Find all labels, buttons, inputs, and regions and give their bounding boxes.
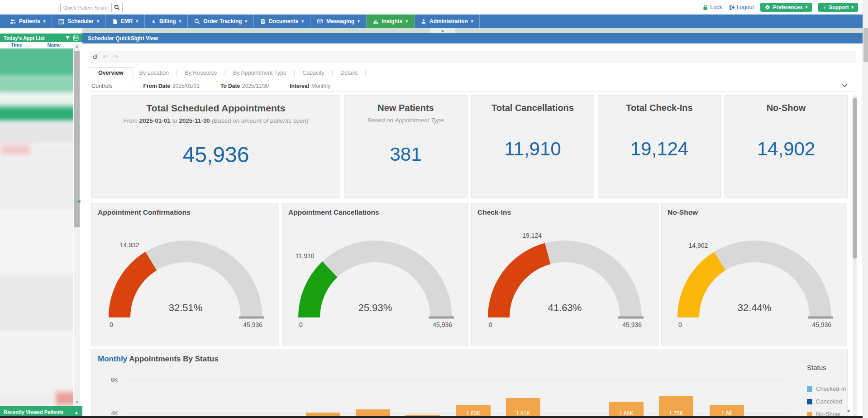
tab-capacity[interactable]: Capacity: [296, 67, 331, 78]
controls-row: Controls From Date2025/01/01 To Date2025…: [89, 81, 856, 92]
kpi-subtitle: Based on Appointment Type: [367, 117, 444, 124]
nav-item-order-tracking[interactable]: Order Tracking▾: [188, 14, 254, 28]
lock-link[interactable]: Lock: [702, 4, 722, 10]
bar-value-label: 1.81K: [506, 410, 540, 417]
gauge-card-check-ins: Check-Ins41.63%19,124045,936: [471, 203, 658, 346]
page-scrollbar[interactable]: [863, 0, 868, 418]
tab-by-appointment-type[interactable]: By Appointment Type: [227, 67, 293, 78]
gauge-chart: 25.93%11,910045,936: [280, 203, 470, 330]
gear-icon: [765, 5, 770, 10]
kpi-card-total-check-ins: Total Check-Ins19,124: [598, 95, 721, 198]
gauge-card-no-show: No-Show32.44%14,902045,936: [661, 203, 847, 346]
kpi-title: Total Scheduled Appointments: [147, 103, 286, 114]
sidebar-scrollbar[interactable]: ▲ ▼: [74, 43, 80, 406]
interval-control[interactable]: IntervalMonthly: [290, 83, 330, 89]
svg-text:32.44%: 32.44%: [737, 302, 771, 313]
search-button[interactable]: [111, 3, 123, 12]
tab-by-resource[interactable]: By Resource: [178, 67, 224, 78]
nav-item-administration[interactable]: Administration▾: [415, 14, 480, 28]
chevron-down-icon: ▾: [358, 19, 360, 24]
chart-title: Monthly Appointments By Status: [98, 355, 219, 364]
gauge-card-appointment-confirmations: Appointment Confirmations32.51%14,932045…: [91, 203, 279, 346]
to-date-label: To Date: [220, 83, 240, 89]
top-right-actions: Lock Logout Preferences ▾ Support ▾: [702, 3, 858, 12]
controls-label: Controls: [91, 83, 113, 89]
kpi-value: 45,936: [183, 124, 249, 185]
redo-icon[interactable]: ↷: [113, 53, 119, 60]
nav-item-documents[interactable]: Documents▾: [254, 14, 310, 28]
legend-entry-checked-in[interactable]: Checked-In: [807, 385, 846, 392]
legend-entry-cancelled[interactable]: Cancelled: [807, 398, 842, 405]
kpi-title: No-Show: [767, 103, 806, 113]
collapse-header-toggle[interactable]: ▲: [430, 28, 455, 33]
nav-item-emr[interactable]: EMR▾: [106, 14, 145, 28]
nav-item-scheduler[interactable]: Scheduler▾: [52, 14, 106, 28]
kpi-card-row: Total Scheduled AppointmentsFrom 2025-01…: [91, 95, 848, 198]
calendar-icon[interactable]: [73, 35, 79, 41]
from-date-value[interactable]: 2025/01/01: [172, 83, 200, 89]
dashboard-tabs: OverviewBy Location|By Resource|By Appoi…: [89, 67, 367, 78]
sidebar-collapse-toggle[interactable]: ◀: [76, 198, 80, 204]
nav-item-messaging[interactable]: Messaging▾: [310, 14, 367, 28]
tab-overview[interactable]: Overview: [89, 67, 133, 78]
interval-label: Interval: [290, 83, 309, 89]
gauge-card-appointment-cancellations: Appointment Cancellations25.93%11,910045…: [282, 203, 468, 346]
sidebar: Today's Appt List Time Name ▲: [0, 34, 82, 418]
legend-label: Cancelled: [816, 398, 842, 405]
envelope-icon: [317, 19, 323, 24]
nav-item-patients[interactable]: Patients▾: [3, 14, 52, 28]
support-label: Support: [829, 5, 849, 10]
appt-list-content-redacted: [0, 48, 73, 406]
scroll-down-icon[interactable]: ▼: [846, 408, 851, 413]
legend-swatch: [807, 399, 812, 404]
legend-title: Status: [807, 364, 826, 371]
nav-item-label: Documents: [269, 18, 298, 24]
kpi-card-no-show: No-Show14,902: [725, 95, 848, 198]
nav-item-insights[interactable]: Insights▾: [367, 14, 415, 28]
tab-details[interactable]: Details: [334, 67, 364, 78]
chevron-down-icon: ▾: [301, 19, 304, 24]
search-icon: [194, 19, 200, 24]
from-date-control[interactable]: From Date2025/01/01: [143, 83, 200, 89]
tab-by-location[interactable]: By Location: [133, 67, 175, 78]
dashboard-scrollbar-thumb[interactable]: [853, 98, 857, 259]
kpi-value: 19,124: [630, 113, 688, 185]
column-time[interactable]: Time: [11, 42, 22, 48]
chevron-down-icon: ▾: [97, 19, 99, 24]
interval-value[interactable]: Monthly: [311, 83, 330, 89]
support-button[interactable]: Support ▾: [818, 3, 858, 12]
dashboard-scrollbar[interactable]: [853, 95, 857, 418]
application-window: Lock Logout Preferences ▾ Support ▾ Pati…: [0, 0, 868, 418]
search-input[interactable]: [60, 3, 111, 12]
chevron-down-icon: ▾: [406, 19, 408, 24]
nav-item-label: Patients: [19, 18, 40, 24]
user-icon: [421, 19, 426, 24]
appt-list-title: Today's Appt List: [4, 35, 45, 41]
kpi-value: 11,910: [504, 113, 561, 185]
filter-icon[interactable]: [65, 35, 70, 40]
nav-item-billing[interactable]: $Billing▾: [145, 14, 188, 28]
bar-value-label: 1.63K: [456, 410, 491, 417]
undo-icon[interactable]: ↶: [103, 53, 109, 60]
reset-icon[interactable]: ↺: [92, 53, 98, 60]
preferences-label: Preferences: [773, 5, 803, 10]
page-title: Scheduler QuickSight View: [88, 35, 158, 42]
gauge-card-row: Appointment Confirmations32.51%14,932045…: [91, 203, 848, 346]
to-date-control[interactable]: To Date2025/11/30: [220, 83, 269, 89]
gauge-chart: 32.51%14,932045,936: [91, 203, 281, 330]
y-axis-tick: 6K: [100, 376, 118, 383]
column-name[interactable]: Name: [47, 42, 61, 48]
chevron-down-icon: ▾: [179, 19, 181, 24]
preferences-button[interactable]: Preferences ▾: [760, 3, 812, 12]
svg-text:0: 0: [110, 321, 113, 328]
quick-patient-search: [60, 3, 123, 12]
to-date-value[interactable]: 2025/11/30: [242, 83, 269, 89]
bar-value-label: 1.6K: [710, 410, 744, 417]
nav-item-label: Scheduler: [67, 18, 94, 24]
logout-link[interactable]: Logout: [729, 4, 754, 10]
scroll-down-icon[interactable]: ▼: [74, 400, 80, 404]
top-bar: Lock Logout Preferences ▾ Support ▾: [0, 0, 868, 14]
controls-collapse-chevron[interactable]: [841, 82, 848, 89]
page-scrollbar-thumb[interactable]: [863, 28, 868, 62]
scroll-up-icon[interactable]: ▲: [74, 44, 80, 48]
